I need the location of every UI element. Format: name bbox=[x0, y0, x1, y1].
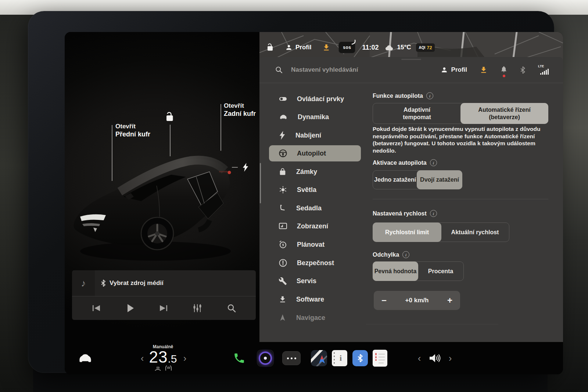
notes-app-button[interactable] bbox=[370, 342, 390, 374]
info-icon[interactable]: i bbox=[402, 251, 409, 258]
search-icon bbox=[275, 66, 283, 74]
sidebar-item-label: Ovládací prvky bbox=[297, 95, 344, 103]
person-icon bbox=[441, 66, 448, 74]
option-percentage[interactable]: Procenta bbox=[418, 262, 463, 281]
media-source-button[interactable]: Vybrat zdroj médií bbox=[101, 270, 164, 296]
option-fixed-value[interactable]: Pevná hodnota bbox=[373, 261, 418, 281]
option-speed-limit[interactable]: Rychlostní limit bbox=[373, 222, 441, 242]
offset-stepper: − +0 km/h + bbox=[374, 291, 460, 310]
section-divider bbox=[373, 199, 548, 199]
car-3d-render[interactable] bbox=[69, 141, 238, 266]
software-update-icon[interactable] bbox=[322, 43, 330, 51]
defrost-indicators bbox=[127, 366, 199, 371]
media-app-button[interactable] bbox=[255, 342, 276, 374]
phone-icon bbox=[233, 352, 245, 364]
offset-segmented-control: Pevná hodnota Procenta bbox=[373, 261, 464, 281]
rear-trunk-target-text: Zadní kufr bbox=[224, 110, 256, 118]
sidebar-item-sedadla[interactable]: Sedadla bbox=[269, 200, 361, 216]
option-double-pull[interactable]: Dvojí zatažení bbox=[417, 170, 462, 189]
front-trunk-action-text: Otevřít bbox=[115, 122, 150, 130]
owners-manual-icon: i bbox=[332, 350, 347, 366]
increase-button[interactable]: + bbox=[440, 291, 460, 310]
sidebar-item-planovat[interactable]: Plánovat bbox=[269, 236, 361, 253]
rear-defrost-icon[interactable] bbox=[165, 366, 172, 371]
bluetooth-status-icon[interactable] bbox=[520, 66, 526, 74]
bell-icon bbox=[500, 65, 508, 73]
bluetooth-app-icon bbox=[352, 350, 368, 366]
sidebar-item-label: Plánovat bbox=[297, 241, 325, 249]
play-button[interactable] bbox=[126, 303, 135, 313]
screen: Otevřít Přední kufr Otevřít Zadní kufr bbox=[65, 32, 563, 374]
person-icon bbox=[285, 44, 293, 51]
notifications-button[interactable] bbox=[500, 65, 508, 75]
autopilot-activation-heading: Aktivace autopilota i bbox=[373, 159, 437, 166]
previous-track-button[interactable] bbox=[92, 304, 101, 313]
temperature-decimal: .5 bbox=[168, 353, 177, 365]
sidebar-item-servis[interactable]: Servis bbox=[269, 273, 361, 289]
decrease-button[interactable]: − bbox=[374, 291, 394, 310]
navigation-app-button[interactable] bbox=[309, 342, 329, 374]
climate-control[interactable]: Manuálně 23.5 bbox=[127, 342, 199, 374]
option-autosteer-beta[interactable]: Automatické řízení (betaverze) bbox=[460, 103, 548, 124]
sos-badge[interactable]: sos bbox=[338, 42, 355, 53]
profile-label: Profil bbox=[295, 44, 311, 51]
option-single-pull[interactable]: Jedno zatažení bbox=[373, 171, 417, 189]
section-title: Odchylka bbox=[373, 252, 399, 258]
sidebar-item-bezpecnost[interactable]: Bezpečnost bbox=[269, 255, 361, 271]
software-update-icon[interactable] bbox=[480, 66, 488, 74]
lock-icon bbox=[279, 167, 287, 176]
front-defrost-icon[interactable] bbox=[154, 366, 161, 371]
lightning-icon bbox=[279, 131, 286, 140]
driver-profile-button[interactable]: Profil bbox=[285, 44, 311, 51]
option-adaptive-cruise[interactable]: Adaptivní tempomat bbox=[373, 103, 461, 124]
cabin-temperature[interactable]: 23.5 bbox=[127, 348, 199, 366]
notification-dot bbox=[503, 75, 505, 77]
info-icon[interactable]: i bbox=[426, 92, 433, 99]
set-speed-segmented-control: Rychlostní limit Aktuální rychlost bbox=[373, 222, 509, 242]
network-type-label: LTE bbox=[538, 64, 544, 68]
app-launcher-button[interactable] bbox=[281, 342, 302, 374]
sos-label: sos bbox=[343, 45, 351, 50]
info-icon[interactable]: i bbox=[430, 159, 437, 166]
sidebar-item-software[interactable]: Software bbox=[269, 291, 361, 307]
sidebar-item-svetla[interactable]: Světla bbox=[269, 182, 361, 198]
volume-up-chevron[interactable]: › bbox=[445, 342, 456, 374]
manual-app-button[interactable]: i bbox=[329, 342, 350, 374]
front-trunk-target-text: Přední kufr bbox=[115, 130, 150, 139]
sidebar-scrollbar[interactable] bbox=[260, 163, 261, 203]
sidebar-item-autopilot[interactable]: Autopilot bbox=[269, 145, 361, 161]
sidebar-item-dynamika[interactable]: Dynamika bbox=[269, 109, 361, 125]
car-controls-button[interactable] bbox=[75, 342, 96, 374]
sidebar-item-navigace[interactable]: Navigace bbox=[269, 310, 361, 326]
equalizer-settings-button[interactable] bbox=[193, 303, 202, 313]
sidebar-item-nabijeni[interactable]: Nabíjení bbox=[269, 127, 361, 143]
phone-button[interactable] bbox=[227, 342, 251, 374]
cellular-signal: LTE bbox=[538, 65, 550, 75]
next-track-button[interactable] bbox=[159, 304, 168, 313]
rear-trunk-open-label[interactable]: Otevřít Zadní kufr bbox=[224, 102, 256, 118]
outside-temperature: 15°C bbox=[397, 44, 411, 51]
rear-trunk-pointer-line bbox=[220, 104, 221, 151]
info-icon[interactable]: i bbox=[430, 210, 437, 217]
option-current-speed[interactable]: Aktuální rychlost bbox=[441, 223, 509, 242]
sidebar-item-label: Autopilot bbox=[297, 150, 326, 157]
alert-circle-icon bbox=[279, 259, 287, 267]
sidebar-item-label: Dynamika bbox=[298, 113, 329, 121]
volume-button[interactable] bbox=[427, 342, 443, 374]
aqi-badge[interactable]: AQI 72 bbox=[416, 43, 434, 52]
sidebar-item-zobrazeni[interactable]: Zobrazení bbox=[269, 218, 361, 234]
unlocked-padlock-icon[interactable] bbox=[165, 111, 176, 122]
media-search-button[interactable] bbox=[227, 303, 236, 313]
volume-down-chevron[interactable]: ‹ bbox=[414, 342, 425, 374]
charge-port-bolt-icon[interactable] bbox=[242, 163, 249, 172]
aqi-value: 72 bbox=[427, 45, 432, 50]
sidebar-item-label: Zámky bbox=[296, 168, 317, 176]
speaker-icon bbox=[429, 353, 441, 363]
panel-profile-button[interactable]: Profil bbox=[441, 66, 467, 74]
search-placeholder: Nastavení vyhledávání bbox=[291, 66, 358, 74]
unlocked-icon[interactable] bbox=[266, 43, 275, 52]
sidebar-item-zamky[interactable]: Zámky bbox=[269, 164, 361, 180]
front-trunk-open-label[interactable]: Otevřít Přední kufr bbox=[115, 122, 150, 139]
bluetooth-app-button[interactable] bbox=[350, 342, 370, 374]
sidebar-item-ovladaci-prvky[interactable]: Ovládací prvky bbox=[269, 91, 361, 107]
